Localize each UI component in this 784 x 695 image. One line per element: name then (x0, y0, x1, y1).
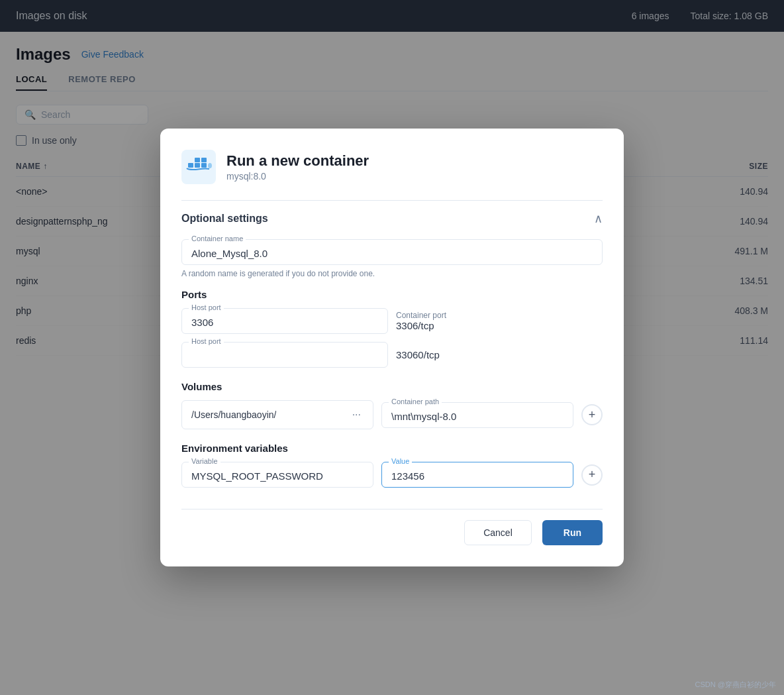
container-name-input[interactable] (191, 245, 593, 259)
volume-browse-button[interactable]: ··· (350, 409, 364, 421)
port-row-2: Host port 33060/tcp (181, 342, 603, 368)
host-port-1-input[interactable] (191, 314, 378, 328)
env-variable-input[interactable] (191, 468, 364, 482)
port-row-1: Host port Container port 3306/tcp (181, 308, 603, 334)
docker-icon (181, 150, 216, 184)
volume-container-path-label: Container path (389, 398, 442, 405)
modal-overlay: Run a new container mysql:8.0 Optional s… (0, 0, 784, 695)
volume-container-path-field[interactable]: Container path (381, 402, 573, 428)
chevron-up-icon[interactable]: ∧ (594, 211, 603, 226)
svg-rect-4 (195, 158, 200, 162)
svg-point-6 (208, 163, 212, 168)
host-port-2-input[interactable] (191, 348, 378, 362)
container-name-field[interactable]: Container name (181, 239, 603, 265)
modal-divider (181, 200, 603, 201)
host-port-2-field[interactable]: Host port (181, 342, 388, 368)
container-port-2-value: 33060/tcp (396, 349, 603, 360)
env-value-label: Value (389, 457, 412, 465)
host-port-1-field[interactable]: Host port (181, 308, 388, 334)
volume-host-path-field[interactable]: /Users/huangbaoyin/ ··· (181, 400, 373, 429)
add-volume-button[interactable]: + (581, 404, 603, 425)
env-section: Environment variables Variable Value + (181, 443, 603, 488)
container-name-hint: A random name is generated if you do not… (181, 269, 603, 278)
host-port-2-label: Host port (189, 337, 224, 345)
container-port-2: 33060/tcp (396, 349, 603, 360)
container-port-1-label: Container port (396, 311, 603, 320)
volumes-section: Volumes /Users/huangbaoyin/ ··· Containe… (181, 381, 603, 429)
env-value-input[interactable] (391, 468, 564, 482)
ports-title: Ports (181, 289, 603, 300)
volume-container-path-input[interactable] (391, 408, 564, 422)
modal-subtitle: mysql:8.0 (226, 171, 369, 182)
env-value-field[interactable]: Value (381, 462, 573, 488)
host-port-1-label: Host port (189, 303, 224, 311)
env-grid: Variable Value + (181, 462, 603, 488)
container-port-1: Container port 3306/tcp (396, 311, 603, 331)
watermark: CSDN @穿燕白衫的少年 (695, 680, 776, 690)
modal-header: Run a new container mysql:8.0 (181, 150, 603, 184)
svg-rect-3 (201, 163, 207, 168)
container-name-group: Container name A random name is generate… (181, 239, 603, 278)
volume-host-path-text: /Users/huangbaoyin/ (191, 409, 276, 420)
container-port-1-value: 3306/tcp (396, 320, 603, 331)
add-env-button[interactable]: + (581, 464, 603, 486)
env-variable-field[interactable]: Variable (181, 462, 373, 488)
modal-footer: Cancel Run (181, 509, 603, 545)
modal-title: Run a new container (226, 152, 369, 170)
svg-rect-2 (195, 163, 200, 168)
svg-rect-5 (201, 158, 207, 162)
cancel-button[interactable]: Cancel (464, 520, 532, 545)
volumes-grid: /Users/huangbaoyin/ ··· Container path + (181, 400, 603, 429)
env-variable-label: Variable (189, 457, 220, 465)
run-button[interactable]: Run (542, 520, 603, 545)
svg-rect-1 (188, 163, 193, 168)
modal-dialog: Run a new container mysql:8.0 Optional s… (160, 129, 624, 566)
env-title: Environment variables (181, 443, 603, 454)
volumes-title: Volumes (181, 381, 603, 392)
section-title: Optional settings (181, 213, 268, 225)
modal-title-group: Run a new container mysql:8.0 (226, 152, 369, 182)
optional-settings-section: Optional settings ∧ (181, 211, 603, 226)
container-name-label: Container name (189, 235, 246, 242)
